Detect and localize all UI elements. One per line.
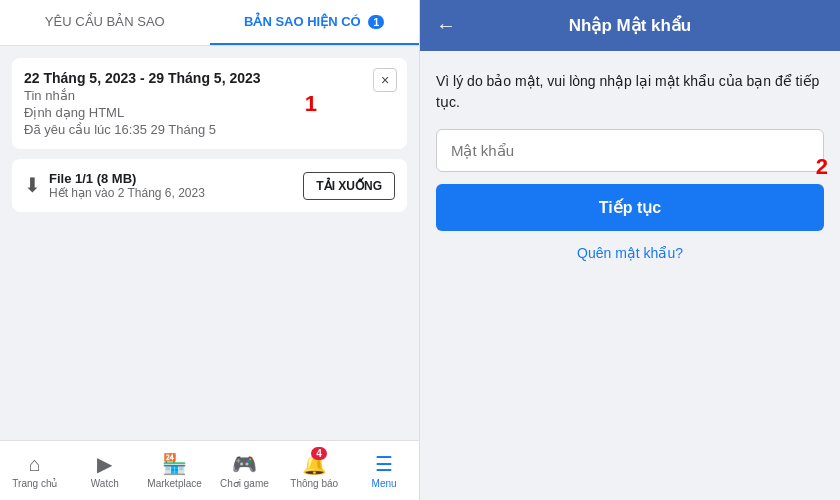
copy-card-date: Đã yêu cầu lúc 16:35 29 Tháng 5	[24, 122, 395, 137]
download-button[interactable]: TẢI XUỐNG	[303, 172, 395, 200]
file-name: File 1/1 (8 MB)	[49, 171, 205, 186]
left-panel: YÊU CẦU BẢN SAO BẢN SAO HIỆN CÓ 1 22 Thá…	[0, 0, 420, 500]
home-icon: ⌂	[29, 453, 41, 476]
nav-notifications[interactable]: 🔔 Thông báo 4	[279, 441, 349, 500]
file-text-block: File 1/1 (8 MB) Hết hạn vào 2 Tháng 6, 2…	[49, 171, 205, 200]
watch-icon: ▶	[97, 452, 112, 476]
nav-marketplace-label: Marketplace	[147, 478, 201, 489]
tab-bar: YÊU CẦU BẢN SAO BẢN SAO HIỆN CÓ 1	[0, 0, 419, 46]
nav-menu-label: Menu	[372, 478, 397, 489]
right-content: Vì lý do bảo mật, vui lòng nhập lại mật …	[420, 51, 840, 500]
nav-notifications-label: Thông báo	[290, 478, 338, 489]
games-icon: 🎮	[232, 452, 257, 476]
right-header: ← Nhập Mật khẩu	[420, 0, 840, 51]
security-message: Vì lý do bảo mật, vui lòng nhập lại mật …	[436, 71, 824, 113]
copy-card-type: Tin nhắn	[24, 88, 395, 103]
tab-yeu-cau-label: YÊU CẦU BẢN SAO	[45, 14, 165, 29]
nav-home-label: Trang chủ	[12, 478, 57, 489]
file-expire: Hết hạn vào 2 Tháng 6, 2023	[49, 186, 205, 200]
password-input[interactable]	[436, 129, 824, 172]
step-2-label: 2	[816, 154, 828, 180]
bottom-nav: ⌂ Trang chủ ▶ Watch 🏪 Marketplace 🎮 Chơi…	[0, 440, 419, 500]
download-file-icon: ⬇	[24, 173, 41, 197]
file-info: ⬇ File 1/1 (8 MB) Hết hạn vào 2 Tháng 6,…	[24, 171, 205, 200]
nav-watch[interactable]: ▶ Watch	[70, 441, 140, 500]
nav-menu[interactable]: ☰ Menu	[349, 441, 419, 500]
content-area: 22 Tháng 5, 2023 - 29 Tháng 5, 2023 Tin …	[0, 46, 419, 440]
menu-icon: ☰	[375, 452, 393, 476]
right-panel-title: Nhập Mật khẩu	[472, 15, 788, 36]
nav-home[interactable]: ⌂ Trang chủ	[0, 441, 70, 500]
nav-games[interactable]: 🎮 Chơi game	[209, 441, 279, 500]
copy-card: 22 Tháng 5, 2023 - 29 Tháng 5, 2023 Tin …	[12, 58, 407, 149]
tab-ban-sao-label: BẢN SAO HIỆN CÓ	[244, 14, 361, 29]
nav-games-label: Chơi game	[220, 478, 269, 489]
tab-ban-sao-badge: 1	[368, 15, 384, 29]
marketplace-icon: 🏪	[162, 452, 187, 476]
continue-button[interactable]: Tiếp tục	[436, 184, 824, 231]
tab-yeu-cau[interactable]: YÊU CẦU BẢN SAO	[0, 0, 210, 45]
forgot-password-link[interactable]: Quên mật khẩu?	[436, 245, 824, 261]
file-row: ⬇ File 1/1 (8 MB) Hết hạn vào 2 Tháng 6,…	[12, 159, 407, 212]
copy-card-format: Định dạng HTML	[24, 105, 395, 120]
copy-card-title: 22 Tháng 5, 2023 - 29 Tháng 5, 2023	[24, 70, 395, 86]
nav-marketplace[interactable]: 🏪 Marketplace	[140, 441, 210, 500]
tab-ban-sao[interactable]: BẢN SAO HIỆN CÓ 1	[210, 0, 420, 45]
back-button[interactable]: ←	[436, 14, 456, 37]
step-1-label: 1	[305, 91, 317, 117]
nav-watch-label: Watch	[91, 478, 119, 489]
continue-btn-wrapper: 2 Tiếp tục	[436, 184, 824, 231]
notifications-badge: 4	[311, 447, 327, 460]
right-panel: ← Nhập Mật khẩu Vì lý do bảo mật, vui lò…	[420, 0, 840, 500]
close-button[interactable]: ×	[373, 68, 397, 92]
